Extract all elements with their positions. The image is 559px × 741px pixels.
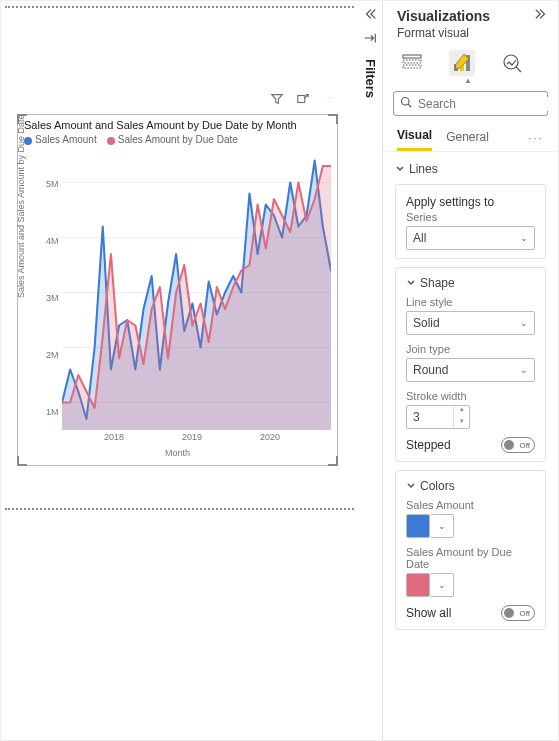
join-type-dropdown[interactable]: Round⌄ [406, 358, 535, 382]
colors-card: Colors Sales Amount ⌄ Sales Amount by Du… [395, 470, 546, 630]
series-dropdown[interactable]: All⌄ [406, 226, 535, 250]
y-axis-label: Sales Amount and Sales Amount by Due Dat… [16, 114, 26, 298]
search-field[interactable] [393, 91, 548, 116]
section-colors[interactable]: Colors [406, 479, 535, 497]
plot-area: Sales Amount and Sales Amount by Due Dat… [24, 155, 331, 440]
chevron-down-icon: ⌄ [520, 318, 528, 328]
color-series2-label: Sales Amount by Due Date [406, 546, 535, 570]
legend-swatch [107, 137, 115, 145]
color-dropdown-series2[interactable]: ⌄ [430, 573, 454, 597]
color-series1-label: Sales Amount [406, 499, 535, 511]
filters-label: Filters [363, 59, 378, 98]
resize-handle[interactable] [328, 114, 338, 124]
visual-toolbar [269, 91, 337, 107]
x-axis-label: Month [24, 448, 331, 458]
filters-collapsed-pane[interactable]: Filters [358, 1, 382, 740]
spin-up[interactable]: ▴ [454, 405, 469, 417]
analytics-mode-button[interactable] [499, 50, 525, 76]
tab-visual[interactable]: Visual [397, 124, 432, 151]
apply-settings-card: Apply settings to Series All⌄ [395, 184, 546, 259]
visualizations-pane: Visualizations Format visual ▲ Visual Ge… [382, 1, 558, 740]
more-options-icon[interactable] [321, 91, 337, 107]
svg-point-2 [329, 97, 330, 98]
section-lines[interactable]: Lines [395, 158, 546, 180]
line-style-dropdown[interactable]: Solid⌄ [406, 311, 535, 335]
stroke-width-input[interactable]: 3 ▴▾ [406, 405, 470, 429]
tab-general[interactable]: General [446, 126, 489, 150]
legend-item[interactable]: Sales Amount [24, 134, 97, 145]
svg-point-3 [330, 97, 331, 98]
page-boundary-bottom [5, 508, 354, 510]
fields-mode-button[interactable] [399, 50, 425, 76]
filter-icon[interactable] [269, 91, 285, 107]
line-chart-visual[interactable]: Sales Amount and Sales Amount by Due Dat… [17, 114, 338, 466]
line-style-label: Line style [406, 296, 535, 308]
mode-caret: ▲ [455, 76, 481, 85]
pane-subtitle: Format visual [383, 26, 558, 40]
svg-point-16 [402, 98, 410, 106]
expand-icon[interactable] [363, 7, 377, 25]
search-icon [400, 96, 412, 111]
color-dropdown-series1[interactable]: ⌄ [430, 514, 454, 538]
apply-settings-label: Apply settings to [406, 195, 535, 209]
pane-title: Visualizations [397, 8, 490, 24]
stepped-toggle[interactable]: Off [501, 437, 535, 453]
format-tabs: Visual General ··· [383, 124, 558, 152]
spin-down[interactable]: ▾ [454, 417, 469, 429]
series-label: Series [406, 211, 535, 223]
join-type-label: Join type [406, 343, 535, 355]
svg-point-15 [504, 55, 518, 69]
stepped-label: Stepped [406, 438, 451, 452]
focus-mode-icon[interactable] [295, 91, 311, 107]
chart-title: Sales Amount and Sales Amount by Due Dat… [18, 115, 337, 132]
search-input[interactable] [418, 97, 558, 111]
collapse-pane-icon[interactable] [534, 7, 548, 24]
report-canvas[interactable]: Sales Amount and Sales Amount by Due Dat… [1, 1, 358, 740]
show-all-label: Show all [406, 606, 451, 620]
format-mode-button[interactable] [449, 50, 475, 76]
chart-svg [62, 155, 331, 430]
color-swatch-series1[interactable] [406, 514, 430, 538]
section-shape[interactable]: Shape [406, 276, 535, 294]
tabs-more-icon[interactable]: ··· [528, 131, 544, 145]
svg-rect-10 [403, 60, 421, 63]
chart-legend: Sales Amount Sales Amount by Due Date [18, 132, 337, 147]
show-all-toggle[interactable]: Off [501, 605, 535, 621]
color-swatch-series2[interactable] [406, 573, 430, 597]
chevron-down-icon: ⌄ [520, 365, 528, 375]
legend-item[interactable]: Sales Amount by Due Date [107, 134, 238, 145]
stroke-width-label: Stroke width [406, 390, 535, 402]
svg-rect-9 [403, 55, 421, 58]
filters-icon[interactable] [363, 31, 377, 49]
chevron-down-icon: ⌄ [520, 233, 528, 243]
page-boundary-top [5, 6, 354, 8]
shape-card: Shape Line style Solid⌄ Join type Round⌄… [395, 267, 546, 462]
svg-point-1 [327, 97, 328, 98]
svg-rect-0 [298, 96, 305, 103]
svg-rect-11 [403, 65, 421, 68]
